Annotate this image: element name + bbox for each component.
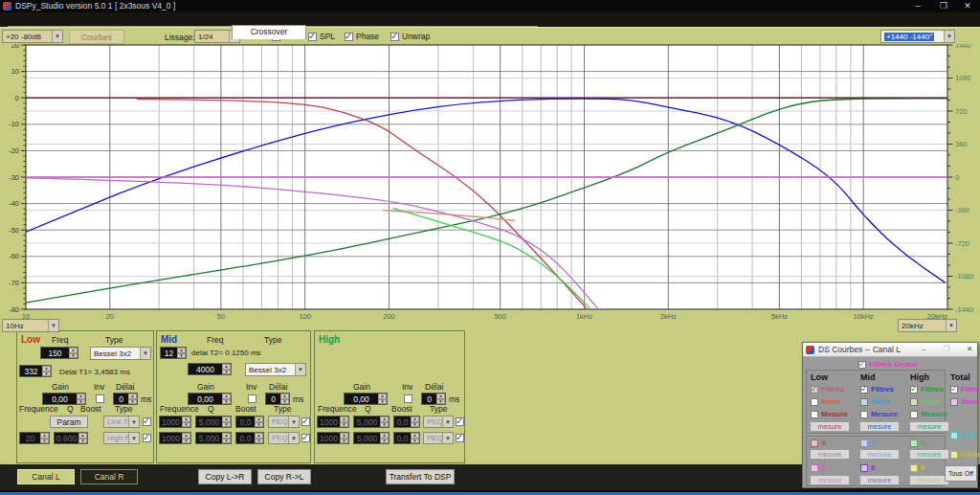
checkbox-box[interactable] [950,386,958,394]
freq-max-select[interactable]: 20kHz ▼ [898,319,957,332]
checkbox-box[interactable] [860,386,868,394]
checkbox-box[interactable] [811,411,818,418]
mid-eq1-boost-spinner[interactable]: 0,0▲▼ [235,416,264,428]
low-inv-checkbox[interactable] [96,394,104,403]
spinner-arrows[interactable]: ▲▼ [222,433,231,443]
measure-a-button[interactable]: mesure [810,449,850,460]
spinner-arrows[interactable]: ▲▼ [411,433,419,443]
dialog-maximize-button[interactable]: ❐ [939,344,954,355]
spinner-arrows[interactable]: ▲▼ [42,366,51,376]
checkbox-unwrap[interactable]: Unwrap [390,32,430,41]
measure-c-checkbox[interactable]: C [910,439,926,447]
checkbox-box[interactable] [811,386,818,394]
low-eq1-enable-checkbox[interactable] [143,417,151,426]
chevron-down-icon[interactable]: ▼ [128,416,139,427]
db-range-select[interactable]: +20 -80dB ▼ [2,30,63,43]
chevron-down-icon[interactable]: ▼ [140,348,150,359]
mid-simu-checkbox[interactable]: Simu [860,397,890,406]
low-eq1-type-select[interactable]: Link Transf ▼ [103,416,140,428]
chevron-down-icon[interactable]: ▼ [52,31,62,42]
chevron-down-icon[interactable]: ▼ [442,416,453,427]
spinner-arrows[interactable]: ▲▼ [380,433,389,443]
mid-freq2-spinner[interactable]: 4000 ▲▼ [188,363,232,375]
total-simu-checkbox[interactable]: Simu [950,397,980,406]
low-mesure-button[interactable]: mesure [810,421,850,432]
low-eq2-enable-checkbox[interactable] [143,434,151,442]
chevron-down-icon[interactable]: ▼ [128,433,139,443]
spinner-arrows[interactable]: ▲▼ [436,394,445,404]
tous-off-button[interactable]: Tous Off [945,465,977,482]
checkbox-box[interactable] [811,464,818,472]
canal-r-button[interactable]: Canal R [80,469,138,484]
high-eq1-type-select[interactable]: PEQ▼ [423,416,454,428]
low-type-select[interactable]: Bessel 3x2 ▼ [90,347,151,360]
total-filtres-checkbox[interactable]: Filtres [950,385,980,394]
checkbox-box[interactable] [860,439,868,447]
measure-b-button[interactable]: mesure [859,449,900,460]
measure-c-button[interactable]: mesure [909,449,949,460]
filtres-global-checkbox[interactable]: Filtres Global [858,360,918,369]
checkbox-spl[interactable]: SPL [308,32,335,41]
checkbox-box[interactable] [308,33,317,41]
calib-checkbox[interactable]: Calib [950,450,980,459]
checkbox-box[interactable] [143,434,151,442]
dialog-minimize-button[interactable]: – [916,344,931,355]
chevron-down-icon[interactable]: ▼ [288,416,299,427]
minimize-button[interactable]: – [907,0,928,12]
checkbox-box[interactable] [860,464,868,472]
mid-mesure-button[interactable]: mesure [859,421,900,432]
measure-f-button[interactable]: mesure [909,475,949,485]
spinner-arrows[interactable]: ▲▼ [411,416,419,427]
mid-inv-checkbox[interactable] [248,394,256,403]
checkbox-box[interactable] [301,417,310,426]
high-eq1-q-spinner[interactable]: 5,000▲▼ [353,416,390,428]
spinner-arrows[interactable]: ▲▼ [255,416,263,427]
checkbox-box[interactable] [910,398,918,406]
chevron-down-icon[interactable]: ▼ [288,433,299,443]
spinner-arrows[interactable]: ▲▼ [69,348,78,358]
low-eq2-type-select[interactable]: High Pass ▼ [103,432,140,444]
checkbox-box[interactable] [248,394,256,403]
checkbox-box[interactable] [950,398,958,406]
measure-d-checkbox[interactable]: D [811,463,827,472]
checkbox-box[interactable] [390,33,399,41]
spinner-arrows[interactable]: ▲▼ [340,416,348,427]
dialog-title-bar[interactable]: DS Courbes -- Canal L – ❐ ✕ [803,343,977,357]
spinner-arrows[interactable]: ▲▼ [78,433,87,443]
chevron-down-icon[interactable]: ▼ [48,320,58,331]
low-eq2-freq-spinner[interactable]: 20 ▲▼ [19,432,50,444]
copy-r-to-l-button[interactable]: Copy R->L [257,469,311,484]
spinner-arrows[interactable]: ▲▼ [182,416,190,427]
high-eq2-type-select[interactable]: PEQ▼ [423,432,454,444]
checkbox-box[interactable] [910,411,918,418]
tab-crossover[interactable]: Crossover [232,25,306,39]
mid-eq2-enable-checkbox[interactable] [301,434,310,442]
mid-eq2-type-select[interactable]: PEQ▼ [268,432,300,444]
courbes-button[interactable]: Courbes [69,30,124,44]
low-param-button[interactable]: Param [50,416,88,428]
checkbox-box[interactable] [811,398,818,406]
spinner-arrows[interactable]: ▲▼ [177,348,186,358]
high-mesure-checkbox[interactable]: Mesure [910,410,947,418]
chevron-down-icon[interactable]: ▼ [944,31,954,42]
high-filtres-checkbox[interactable]: Filtres [910,385,944,394]
low-filtres-checkbox[interactable]: Filtres [811,385,844,394]
checkbox-box[interactable] [301,434,310,442]
maximize-button[interactable]: ❐ [933,0,954,12]
mid-eq1-q-spinner[interactable]: 5,000▲▼ [195,416,232,428]
checkbox-box[interactable] [811,439,818,447]
checkbox-box[interactable] [345,33,353,41]
spinner-arrows[interactable]: ▲▼ [182,433,190,443]
phase-range-select[interactable]: +1440 -1440° ▼ [880,30,955,43]
transfert-to-dsp-button[interactable]: Transfert To DSP [386,469,455,484]
spinner-arrows[interactable]: ▲▼ [222,394,231,404]
high-eq1-boost-spinner[interactable]: 0,0▲▼ [393,416,420,428]
measure-a-checkbox[interactable]: A [811,439,827,447]
mid-eq1-enable-checkbox[interactable] [301,417,310,426]
high-eq2-q-spinner[interactable]: 5,000▲▼ [353,432,390,444]
spinner-arrows[interactable]: ▲▼ [280,394,289,404]
mid-type-select[interactable]: Bessel 3x2 ▼ [245,363,306,376]
high-eq2-freq-spinner[interactable]: 1000▲▼ [317,432,349,444]
chevron-down-icon[interactable]: ▼ [946,320,956,331]
high-eq1-freq-spinner[interactable]: 1000▲▼ [317,416,349,428]
